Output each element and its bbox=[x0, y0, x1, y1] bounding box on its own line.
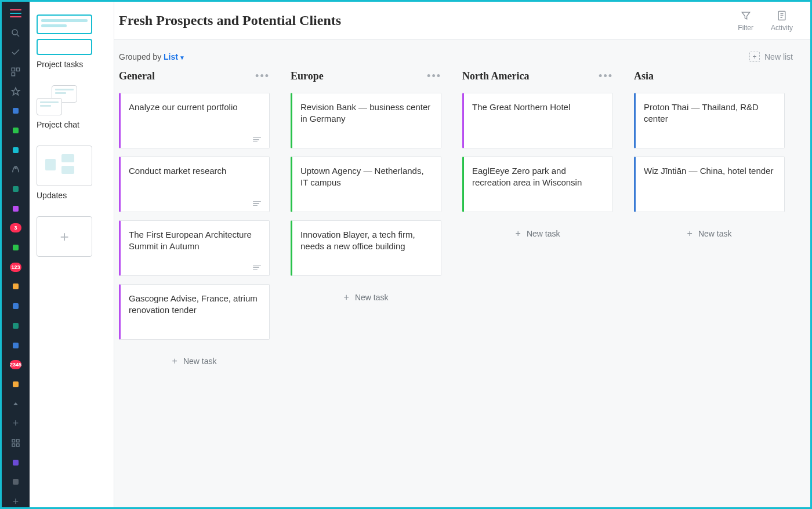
sidebar-label-tasks: Project tasks bbox=[37, 60, 83, 69]
task-card[interactable]: The First European Architecture Summit i… bbox=[119, 220, 270, 276]
chevron-down-icon: ▼ bbox=[179, 54, 185, 61]
plus-icon: + bbox=[516, 228, 521, 239]
check-icon[interactable] bbox=[10, 46, 21, 58]
task-card[interactable]: Wiz Jīntiān — China, hotel tender bbox=[634, 157, 785, 212]
project-marker-7[interactable] bbox=[10, 281, 21, 293]
project-marker-13[interactable] bbox=[10, 477, 21, 488]
view-thumb-updates[interactable] bbox=[37, 146, 92, 186]
task-card[interactable]: Uptown Agency — Netherlands, IT campus bbox=[291, 157, 441, 212]
task-card-title: Wiz Jīntiān — China, hotel tender bbox=[644, 165, 775, 177]
task-card-title: Analyze our current portfolio bbox=[129, 101, 260, 113]
task-card-title: Uptown Agency — Netherlands, IT campus bbox=[300, 165, 432, 189]
project-marker-4[interactable] bbox=[10, 183, 21, 195]
column-title: North America bbox=[462, 70, 529, 82]
topbar: Fresh Prospects and Potential Clients Fi… bbox=[114, 2, 810, 40]
collapse-up-icon[interactable] bbox=[10, 398, 21, 410]
column-europe: Europe•••Revision Bank — business center… bbox=[291, 70, 441, 496]
column-general: General•••Analyze our current portfolioC… bbox=[119, 70, 270, 496]
project-marker-9[interactable] bbox=[10, 320, 21, 332]
svg-rect-9 bbox=[12, 443, 15, 446]
new-task-button[interactable]: +New task bbox=[634, 220, 785, 247]
task-card[interactable]: Gascogne Advise, France, atrium renovati… bbox=[119, 284, 270, 340]
sidebar-label-updates: Updates bbox=[37, 191, 67, 200]
task-card[interactable]: The Great Northern Hotel bbox=[462, 93, 613, 148]
project-marker-2[interactable] bbox=[10, 125, 21, 136]
project-marker-11[interactable] bbox=[10, 379, 21, 390]
task-card-title: Conduct market research bbox=[129, 165, 260, 177]
sidebar-label-chat: Project chat bbox=[37, 120, 79, 129]
column-menu-button[interactable]: ••• bbox=[255, 70, 270, 82]
svg-rect-4 bbox=[12, 72, 14, 75]
activity-label: Activity bbox=[771, 24, 793, 32]
column-north-america: North America•••The Great Northern Hotel… bbox=[462, 70, 613, 496]
task-card[interactable]: Proton Thai — Thailand, R&D center bbox=[634, 93, 785, 148]
task-card[interactable]: Innovation Blayer, a tech firm, needs a … bbox=[291, 220, 441, 276]
new-task-button[interactable]: +New task bbox=[119, 348, 270, 375]
svg-rect-10 bbox=[17, 443, 20, 446]
column-title: Asia bbox=[634, 70, 654, 82]
activity-button[interactable]: Activity bbox=[771, 10, 793, 32]
search-icon[interactable] bbox=[10, 27, 21, 39]
primary-nav-rail: 3 123 2345 + + bbox=[2, 2, 30, 507]
add-view-button[interactable]: + bbox=[37, 216, 92, 257]
apps-icon[interactable] bbox=[10, 437, 21, 449]
subbar: Grouped by List▼ + New list bbox=[114, 40, 810, 70]
project-marker-1[interactable] bbox=[10, 105, 21, 117]
task-card[interactable]: Analyze our current portfolio bbox=[119, 93, 270, 148]
svg-point-6 bbox=[15, 168, 16, 169]
description-icon bbox=[253, 137, 261, 143]
task-card-title: Innovation Blayer, a tech firm, needs a … bbox=[300, 229, 432, 253]
svg-point-0 bbox=[12, 30, 17, 35]
filter-label: Filter bbox=[738, 24, 753, 32]
filter-button[interactable]: Filter bbox=[738, 10, 753, 32]
grid-icon[interactable] bbox=[10, 66, 21, 78]
view-thumb-kanban-active[interactable] bbox=[37, 14, 92, 34]
view-thumb-chat[interactable] bbox=[37, 85, 77, 115]
project-marker-12[interactable] bbox=[10, 457, 21, 468]
description-icon bbox=[253, 201, 261, 206]
plus-icon: + bbox=[687, 228, 693, 239]
plus-icon: + bbox=[172, 356, 177, 366]
task-card[interactable]: Conduct market research bbox=[119, 157, 270, 212]
menu-icon[interactable] bbox=[10, 8, 21, 19]
views-sidebar: Project tasks Project chat Updates + bbox=[30, 2, 114, 507]
column-header: North America••• bbox=[462, 70, 613, 82]
main-content: Fresh Prospects and Potential Clients Fi… bbox=[114, 2, 810, 507]
description-icon bbox=[253, 265, 261, 270]
task-card-title: The Great Northern Hotel bbox=[472, 101, 603, 113]
new-task-button[interactable]: +New task bbox=[462, 220, 613, 247]
grouped-prefix: Grouped by bbox=[119, 52, 164, 61]
svg-line-1 bbox=[17, 34, 19, 37]
rocket-icon[interactable] bbox=[10, 164, 21, 176]
new-task-button[interactable]: +New task bbox=[291, 284, 441, 311]
new-task-label: New task bbox=[183, 357, 217, 366]
activity-icon bbox=[776, 10, 788, 21]
add-project-button[interactable]: + bbox=[10, 417, 21, 429]
notification-badge-1[interactable]: 3 bbox=[10, 223, 21, 234]
project-marker-8[interactable] bbox=[10, 300, 21, 312]
notification-badge-2[interactable]: 123 bbox=[10, 261, 21, 273]
task-card-title: EaglEeye Zero park and recreation area i… bbox=[472, 165, 603, 189]
kanban-board: General•••Analyze our current portfolioC… bbox=[114, 70, 810, 507]
project-marker-10[interactable] bbox=[10, 340, 21, 351]
project-marker-6[interactable] bbox=[10, 242, 21, 253]
column-menu-button[interactable]: ••• bbox=[599, 70, 613, 82]
column-menu-button[interactable]: ••• bbox=[427, 70, 441, 82]
view-thumb-kanban-2[interactable] bbox=[37, 39, 92, 55]
project-marker-3[interactable] bbox=[10, 144, 21, 156]
new-task-label: New task bbox=[355, 293, 389, 302]
add-button-2[interactable]: + bbox=[10, 496, 21, 507]
column-header: Asia bbox=[634, 70, 785, 82]
task-card[interactable]: EaglEeye Zero park and recreation area i… bbox=[462, 157, 613, 212]
plus-icon: + bbox=[344, 292, 349, 303]
task-card[interactable]: Revision Bank — business center in Germa… bbox=[291, 93, 441, 148]
star-icon[interactable] bbox=[10, 86, 21, 97]
column-title: General bbox=[119, 70, 155, 82]
new-list-button[interactable]: + New list bbox=[749, 52, 793, 62]
svg-rect-3 bbox=[17, 68, 20, 71]
project-marker-5[interactable] bbox=[10, 203, 21, 214]
notification-badge-3[interactable]: 2345 bbox=[10, 359, 21, 370]
column-title: Europe bbox=[291, 70, 324, 82]
grouped-by-control[interactable]: Grouped by List▼ bbox=[119, 52, 185, 61]
column-header: Europe••• bbox=[291, 70, 441, 82]
